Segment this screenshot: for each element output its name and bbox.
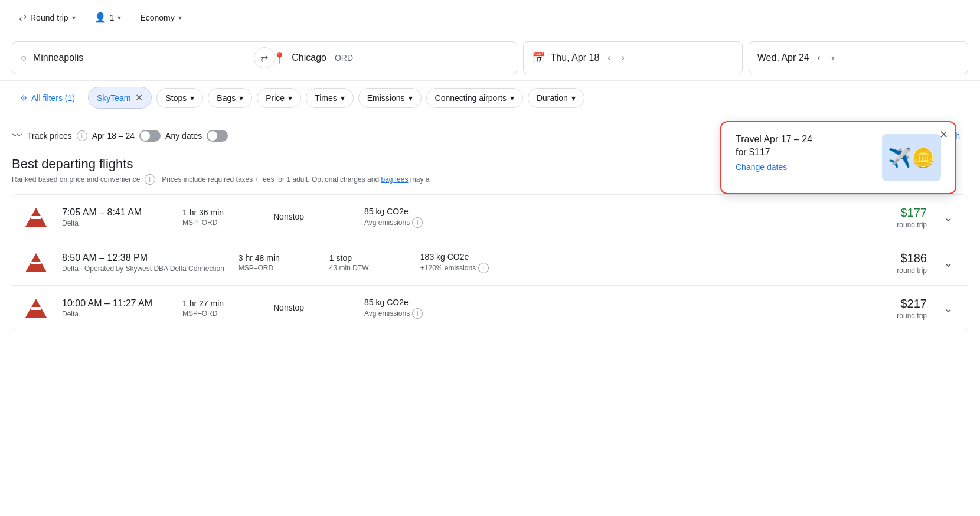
popup-change-dates-link[interactable]: Change dates (736, 162, 873, 172)
depart-date: Thu, Apr 18 (551, 53, 600, 63)
skyteam-filter-button[interactable]: SkyTeam ✕ (88, 87, 152, 109)
stops-filter-button[interactable]: Stops ▾ (156, 88, 203, 108)
flight-emissions-0: 85 kg CO2e Avg emissions i (364, 207, 459, 228)
dest-city: Chicago (292, 53, 326, 63)
skyteam-label: SkyTeam (97, 93, 131, 103)
roundtrip-icon: ⇄ (19, 12, 27, 23)
airline-name-0: Delta (62, 219, 168, 227)
price-type-1: round trip (856, 266, 927, 275)
track-prices-date-range: Apr 18 – 24 (92, 131, 135, 141)
emissions-info-icon-1[interactable]: i (478, 263, 489, 273)
emissions-info-icon-2[interactable]: i (412, 308, 423, 319)
bag-fees-link[interactable]: bag fees (381, 175, 408, 184)
swap-icon: ⇄ (260, 53, 268, 64)
cabin-button[interactable]: Economy ▾ (133, 8, 188, 27)
flight-stops-2: Nonstop (273, 303, 350, 313)
dest-search-box[interactable]: 📍 Chicago ORD (264, 41, 517, 74)
emissions-value-1: 183 kg CO2e (420, 252, 515, 262)
track-prices-info-icon[interactable]: i (77, 130, 87, 141)
emissions-value-2: 85 kg CO2e (364, 298, 459, 307)
return-prev-button[interactable]: ‹ (815, 50, 823, 66)
flight-price-1: $186 round trip (856, 252, 927, 275)
passengers-button[interactable]: 👤 1 ▾ (87, 7, 129, 28)
airline-name-1: Delta · Operated by Skywest DBA Delta Co… (62, 264, 224, 273)
duration-value-1: 3 hr 48 min (239, 253, 315, 263)
expand-button-2[interactable]: ⌄ (941, 299, 956, 318)
connecting-chevron: ▾ (510, 93, 514, 103)
expand-button-1[interactable]: ⌄ (941, 253, 956, 272)
any-dates-toggle[interactable] (207, 130, 228, 142)
popup-title: Travel Apr 17 – 24 (736, 134, 873, 145)
origin-dest-wrap: ○ ⇄ 📍 Chicago ORD (12, 41, 517, 74)
cabin-label: Economy (140, 13, 174, 22)
flight-stops-1: 1 stop 43 min DTW (329, 253, 406, 272)
flight-times-0: 7:05 AM – 8:41 AM Delta (62, 207, 168, 227)
emissions-filter-button[interactable]: Emissions ▾ (358, 88, 422, 108)
flight-emissions-2: 85 kg CO2e Avg emissions i (364, 298, 459, 319)
flight-duration-2: 1 hr 27 min MSP–ORD (182, 299, 259, 318)
stops-label-2: Nonstop (273, 303, 350, 312)
popup-close-button[interactable]: ✕ (939, 128, 948, 141)
track-prices-icon: 〰 (12, 130, 22, 142)
flight-list: 7:05 AM – 8:41 AM Delta 1 hr 36 min MSP–… (12, 194, 968, 331)
time-range-0: 7:05 AM – 8:41 AM (62, 207, 168, 218)
duration-filter-button[interactable]: Duration ▾ (528, 88, 584, 108)
times-label: Times (315, 93, 337, 103)
round-trip-button[interactable]: ⇄ Round trip ▾ (12, 7, 83, 28)
duration-label: Duration (537, 93, 568, 103)
emissions-value-0: 85 kg CO2e (364, 207, 459, 216)
duration-chevron: ▾ (571, 93, 576, 103)
route-0: MSP–ORD (182, 218, 259, 227)
connecting-airports-filter-button[interactable]: Connecting airports ▾ (426, 88, 523, 108)
stops-label-1: 1 stop (329, 253, 406, 263)
flight-price-2: $217 round trip (856, 297, 927, 320)
origin-input[interactable] (33, 53, 256, 63)
emissions-sub-0: Avg emissions i (364, 217, 459, 228)
flight-duration-0: 1 hr 36 min MSP–ORD (182, 208, 259, 227)
roundtrip-chevron: ▾ (72, 14, 76, 22)
results-section: Best departing flights Ranked based on p… (12, 156, 968, 331)
main-content: 〰 Track prices i Apr 18 – 24 Any dates ▦… (0, 115, 980, 341)
popup-text: Travel Apr 17 – 24 for $117 Change dates (736, 134, 873, 172)
depart-date-box[interactable]: 📅 Thu, Apr 18 ‹ › (523, 41, 743, 74)
price-value-1: $186 (856, 252, 927, 265)
all-filters-label: All filters (1) (31, 93, 75, 103)
return-date-box[interactable]: Wed, Apr 24 ‹ › (749, 41, 968, 74)
origin-icon: ○ (21, 52, 27, 64)
dest-code: ORD (335, 53, 353, 63)
origin-search-box[interactable]: ○ (12, 41, 264, 74)
depart-next-button[interactable]: › (619, 50, 627, 66)
flight-stops-0: Nonstop (273, 212, 350, 223)
price-popup: Travel Apr 17 – 24 for $117 Change dates… (720, 121, 956, 194)
depart-prev-button[interactable]: ‹ (605, 50, 613, 66)
times-filter-button[interactable]: Times ▾ (306, 88, 354, 108)
flight-duration-1: 3 hr 48 min MSP–ORD (239, 253, 315, 272)
track-prices-toggle[interactable] (139, 130, 161, 142)
skyteam-close-icon[interactable]: ✕ (135, 92, 143, 103)
any-dates-label: Any dates (165, 131, 202, 141)
return-next-button[interactable]: › (829, 50, 837, 66)
price-filter-button[interactable]: Price ▾ (257, 88, 301, 108)
bags-chevron: ▾ (239, 93, 243, 103)
table-row[interactable]: 10:00 AM – 11:27 AM Delta 1 hr 27 min MS… (12, 286, 968, 331)
all-filters-button[interactable]: ⚙ All filters (1) (12, 89, 83, 107)
calendar-icon: 📅 (532, 51, 545, 64)
route-2: MSP–ORD (182, 309, 259, 318)
flight-times-1: 8:50 AM – 12:38 PM Delta · Operated by S… (62, 253, 224, 273)
emissions-sub-2: Avg emissions i (364, 308, 459, 319)
table-row[interactable]: 7:05 AM – 8:41 AM Delta 1 hr 36 min MSP–… (12, 195, 968, 240)
delta-logo-icon (25, 208, 47, 227)
popup-illustration: ✈️🪙 (882, 134, 941, 181)
all-filters-icon: ⚙ (20, 93, 28, 103)
swap-airports-button[interactable]: ⇄ (254, 47, 275, 68)
popup-price: for $117 (736, 147, 873, 158)
info-circle-icon[interactable]: i (145, 174, 155, 185)
cabin-chevron: ▾ (178, 14, 182, 22)
airline-logo-2 (24, 296, 48, 320)
price-type-0: round trip (856, 221, 927, 229)
expand-button-0[interactable]: ⌄ (941, 208, 956, 227)
table-row[interactable]: 8:50 AM – 12:38 PM Delta · Operated by S… (12, 240, 968, 286)
emissions-info-icon-0[interactable]: i (412, 217, 423, 228)
bags-filter-button[interactable]: Bags ▾ (208, 88, 252, 108)
emissions-sub-1: +120% emissions i (420, 263, 515, 273)
